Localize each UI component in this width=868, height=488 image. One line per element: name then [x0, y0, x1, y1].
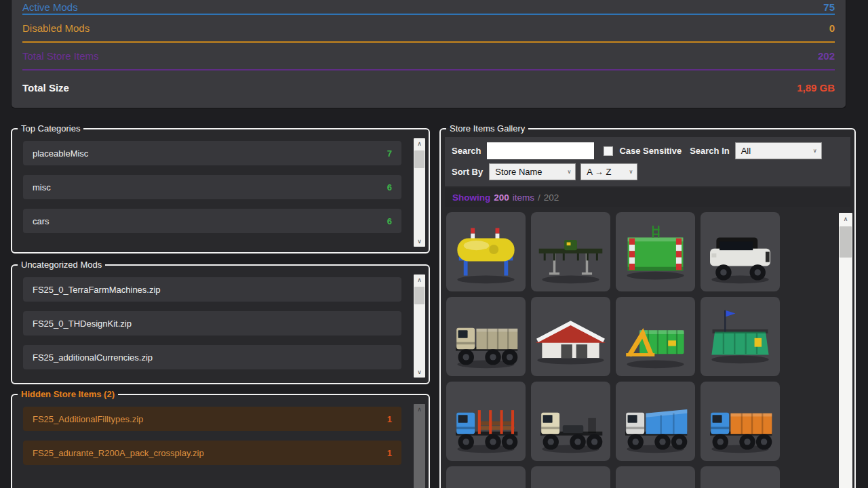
gallery-tile-white-suv[interactable]	[701, 212, 780, 291]
chevron-down-icon: ∨	[813, 148, 817, 154]
stat-row: Total Size1,89 GB	[22, 70, 835, 104]
list-item[interactable]: FS25_additionalCurrencies.zip	[23, 345, 401, 369]
scroll-up-icon[interactable]: ∧	[839, 213, 852, 225]
store-items-gallery-groupbox: Store Items Gallery Search Case Sensitiv…	[439, 124, 856, 488]
sort-direction-dropdown[interactable]: A → Z ∨	[580, 163, 637, 180]
list-item[interactable]: misc6	[23, 175, 401, 199]
hidden-store-items-title: Hidden Store Items (2)	[18, 390, 118, 399]
showing-label: Showing	[452, 192, 490, 203]
scroll-up-icon[interactable]: ∧	[414, 138, 425, 149]
stat-value: 202	[818, 50, 835, 62]
showing-items-word: items	[513, 192, 534, 203]
uncategorized-mods-title: Uncategorized Mods	[18, 260, 105, 269]
list-item-count: 6	[387, 216, 392, 226]
uncategorized-mods-groupbox: Uncategorized Mods FS25_0_TerraFarmMachi…	[11, 260, 430, 384]
list-item-label: FS25_additionalCurrencies.zip	[33, 352, 153, 363]
list-item-label: placeableMisc	[33, 148, 88, 159]
list-item-count: 1	[387, 448, 392, 458]
search-in-label: Search In	[690, 146, 730, 156]
gallery-tile-green-trailer-yellow-hitch[interactable]	[616, 297, 695, 376]
list-item[interactable]: FS25_0_TerraFarmMachines.zip	[23, 277, 401, 302]
list-item[interactable]: cars6	[23, 209, 401, 233]
stat-row: Total Store Items202	[22, 43, 835, 70]
hidden-items-scrollbar: ∧ ∨	[414, 404, 425, 488]
showing-total: 202	[544, 192, 559, 203]
stats-panel: Active Mods75Disabled Mods0Total Store I…	[11, 0, 846, 108]
search-input[interactable]	[487, 142, 594, 159]
gallery-tile-empty[interactable]	[616, 466, 695, 488]
scroll-up-icon[interactable]: ∧	[414, 274, 425, 285]
list-item-label: FS25_adurante_R200A_pack_crossplay.zip	[33, 448, 204, 458]
stat-row: Disabled Mods0	[22, 15, 835, 43]
gallery-tile-green-planter-implement[interactable]	[531, 212, 610, 291]
gallery-tile-blue-log-truck[interactable]	[446, 382, 526, 461]
gallery-tile-red-roof-building[interactable]	[531, 297, 610, 376]
sort-direction-selected: A → Z	[587, 167, 611, 177]
showing-count: 200	[494, 192, 509, 203]
search-in-selected: All	[741, 146, 751, 156]
case-sensitive-checkbox[interactable]	[604, 146, 613, 156]
stat-value: 75	[823, 1, 835, 13]
gallery-grid	[445, 208, 850, 488]
stat-label: Total Store Items	[22, 50, 99, 62]
gallery-status-bar: Showing 200 items / 202	[445, 188, 850, 207]
gallery-tile-empty[interactable]	[446, 466, 526, 488]
stat-value: 1,89 GB	[797, 82, 835, 94]
gallery-tile-yellow-fertilizer-sprayer[interactable]	[446, 212, 526, 291]
hidden-store-items-groupbox: Hidden Store Items (2) FS25_AdditionalFi…	[11, 390, 430, 488]
sort-by-label: Sort By	[452, 167, 483, 177]
list-item-count: 6	[387, 182, 392, 192]
list-item-label: FS25_0_THDesignKit.zip	[33, 319, 132, 329]
chevron-down-icon: ∨	[629, 169, 633, 175]
top-categories-scrollbar[interactable]: ∧ ∨	[414, 138, 425, 247]
search-label: Search	[452, 146, 481, 156]
stat-row: Active Mods75	[22, 0, 835, 15]
search-in-dropdown[interactable]: All ∨	[735, 142, 822, 159]
gallery-tile-blue-truck-orange-bed[interactable]	[701, 382, 780, 461]
gallery-tile-beige-military-truck[interactable]	[446, 297, 526, 376]
list-item[interactable]: FS25_adurante_R200A_pack_crossplay.zip1	[23, 441, 401, 465]
sort-by-dropdown[interactable]: Store Name ∨	[489, 163, 576, 180]
mod-manager-window: Active Mods75Disabled Mods0Total Store I…	[0, 0, 868, 488]
list-item[interactable]: FS25_AdditionalFilltypes.zip1	[23, 407, 401, 431]
scroll-down-icon[interactable]: ∨	[414, 236, 425, 247]
scroll-thumb[interactable]	[414, 150, 425, 168]
scroll-down-icon[interactable]: ∨	[414, 367, 425, 378]
uncategorized-scrollbar[interactable]: ∧ ∨	[414, 274, 425, 378]
stat-label: Active Mods	[22, 1, 78, 13]
list-item-label: FS25_AdditionalFilltypes.zip	[33, 414, 143, 424]
stat-label: Total Size	[22, 82, 69, 94]
sort-by-selected: Store Name	[495, 167, 542, 177]
stat-label: Disabled Mods	[22, 22, 90, 34]
chevron-down-icon: ∨	[567, 169, 571, 175]
scroll-up-icon: ∧	[414, 404, 425, 415]
gallery-tile-blue-dump-truck[interactable]	[616, 382, 695, 461]
top-categories-groupbox: Top Categories placeableMisc7misc6cars6 …	[11, 124, 430, 253]
gallery-tile-empty[interactable]	[701, 466, 780, 488]
list-item-label: FS25_0_TerraFarmMachines.zip	[33, 285, 161, 295]
gallery-tile-empty[interactable]	[531, 466, 610, 488]
case-sensitive-label: Case Sensitive	[619, 146, 682, 156]
stat-value: 0	[829, 22, 835, 34]
list-item[interactable]: FS25_0_THDesignKit.zip	[23, 311, 401, 336]
scroll-thumb[interactable]	[840, 226, 852, 258]
store-items-gallery-title: Store Items Gallery	[446, 124, 528, 133]
gallery-scrollbar[interactable]: ∧	[839, 213, 852, 488]
list-item-label: misc	[33, 182, 51, 192]
gallery-tile-green-striped-container[interactable]	[616, 212, 695, 291]
scroll-thumb[interactable]	[414, 287, 425, 304]
gallery-toolbar: Search Case Sensitive Search In All ∨ So…	[445, 137, 850, 186]
list-item-count: 7	[387, 148, 392, 159]
list-item-count: 1	[387, 414, 392, 424]
gallery-tile-teal-dumpster-blue-flag[interactable]	[701, 297, 780, 376]
list-item-label: cars	[33, 216, 50, 226]
top-categories-title: Top Categories	[18, 124, 83, 133]
list-item[interactable]: placeableMisc7	[23, 141, 401, 165]
gallery-tile-beige-truck-chassis[interactable]	[531, 382, 610, 461]
showing-separator: /	[538, 192, 540, 203]
